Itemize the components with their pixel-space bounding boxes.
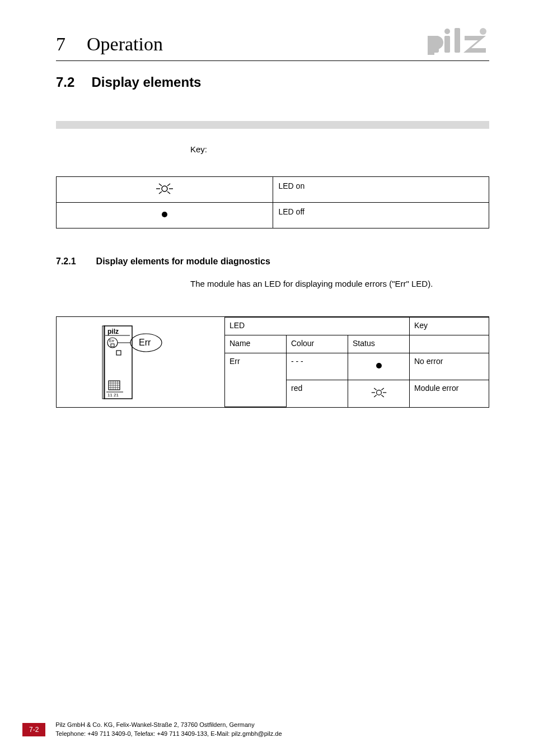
chapter-number: 7 [56,34,65,55]
svg-rect-4 [455,28,460,53]
key-cell: No error [410,353,489,380]
chapter-title: Operation [87,34,163,55]
key-header: Key [410,318,489,335]
terminal-label: 11 21 [107,393,119,398]
callout-label: Err [139,338,151,347]
svg-line-10 [167,184,170,186]
name-cell: Err [225,353,287,407]
table-row: Err - - - No error [225,353,489,380]
section-number: 7.2 [56,74,74,90]
colour-cell: - - - [287,353,348,380]
footer-line-2: Telephone: +49 711 3409-0, Telefax: +49 … [55,730,282,738]
led-header: LED [225,318,410,335]
diagnostics-table: LED Key Name Colour Status Err - - - No … [224,317,489,407]
status-cell [348,380,410,407]
led-off-symbol-cell [57,203,273,228]
svg-line-12 [167,192,170,194]
key-label: Key: [0,129,534,154]
led-on-icon [155,188,174,197]
chapter-line: 7 Operation [56,34,163,55]
footer-line-1: Pilz GmbH & Co. KG, Felix-Wankel-Straße … [55,721,282,729]
svg-line-11 [159,192,162,194]
svg-point-6 [162,186,167,192]
status-cell [348,353,410,380]
subsection-number: 7.2.1 [56,256,76,267]
svg-point-33 [376,363,382,368]
svg-point-3 [444,29,450,34]
table-row: LED off [57,203,489,228]
section-heading: 7.2 Display elements [0,61,534,90]
module-diagram-cell: pilz Err 11 21 Err [57,317,224,407]
svg-line-38 [381,388,383,390]
svg-line-37 [374,388,376,390]
led-on-symbol-cell [57,177,273,203]
page-header: 7 Operation [56,0,489,61]
footer-text: Pilz GmbH & Co. KG, Felix-Wankel-Straße … [55,721,282,738]
name-header: Name [225,335,287,353]
page-footer: 7-2 Pilz GmbH & Co. KG, Felix-Wankel-Str… [0,721,534,738]
svg-text:Err: Err [109,339,115,343]
page-number-badge: 7-2 [22,723,45,736]
svg-line-40 [381,395,383,398]
table-row: Name Colour Status [225,335,489,353]
svg-point-13 [162,212,167,217]
subsection-title: Display elements for module diagnostics [96,256,270,267]
module-description: The module has an LED for displaying mod… [0,267,534,288]
key-table: LED on LED off [56,176,489,228]
diagnostics-block: pilz Err 11 21 Err [56,316,489,408]
svg-point-34 [376,390,381,395]
section-title: Display elements [91,74,201,90]
colour-header: Colour [287,335,348,353]
module-diagram-icon: pilz Err 11 21 Err [99,321,182,403]
svg-rect-21 [116,351,121,355]
status-header: Status [348,335,410,353]
led-on-label: LED on [273,177,489,203]
led-off-label: LED off [273,203,489,228]
section-divider [56,121,489,129]
svg-rect-20 [111,344,114,347]
svg-line-39 [374,395,376,398]
svg-rect-2 [444,36,450,53]
svg-text:pilz: pilz [107,328,119,335]
led-on-icon [371,391,387,400]
pilz-logo-icon [428,28,489,57]
colour-cell: red [287,380,348,407]
svg-line-9 [159,184,162,186]
svg-point-5 [480,28,486,35]
led-off-icon [375,362,383,371]
subsection-heading: 7.2.1 Display elements for module diagno… [0,228,534,267]
key-cell: Module error [410,380,489,407]
led-off-icon [160,212,169,221]
table-row: LED on [57,177,489,203]
table-row: LED Key [225,318,489,335]
